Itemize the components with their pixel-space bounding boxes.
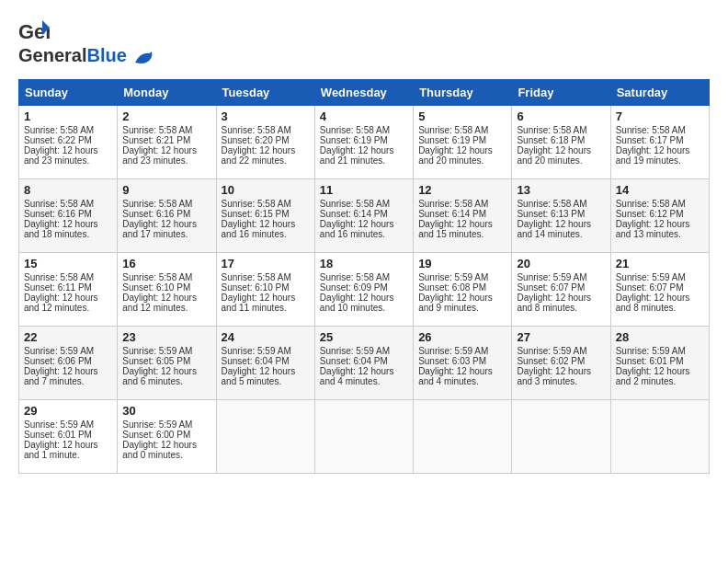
day-info: and 23 minutes. xyxy=(122,155,210,166)
calendar-cell: 15Sunrise: 5:58 AMSunset: 6:11 PMDayligh… xyxy=(19,253,118,327)
day-info: and 4 minutes. xyxy=(320,376,408,386)
calendar-cell: 2Sunrise: 5:58 AMSunset: 6:21 PMDaylight… xyxy=(118,106,216,179)
calendar-cell: 4Sunrise: 5:58 AMSunset: 6:19 PMDaylight… xyxy=(314,106,413,179)
calendar-cell: 19Sunrise: 5:59 AMSunset: 6:08 PMDayligh… xyxy=(414,253,512,327)
logo-bird-icon xyxy=(133,50,154,64)
calendar-cell: 25Sunrise: 5:59 AMSunset: 6:04 PMDayligh… xyxy=(314,327,413,400)
day-info: and 13 minutes. xyxy=(616,229,704,239)
day-info: Sunset: 6:04 PM xyxy=(320,356,408,366)
day-info: Sunrise: 5:59 AM xyxy=(24,346,112,356)
day-info: and 7 minutes. xyxy=(24,376,112,386)
day-info: Sunrise: 5:59 AM xyxy=(616,272,704,282)
calendar-cell xyxy=(216,400,314,474)
day-info: Sunset: 6:17 PM xyxy=(616,135,704,145)
day-info: and 0 minutes. xyxy=(122,450,210,460)
day-info: and 8 minutes. xyxy=(616,303,704,313)
calendar-cell xyxy=(610,400,709,474)
calendar-table: SundayMondayTuesdayWednesdayThursdayFrid… xyxy=(18,79,710,474)
day-info: Daylight: 12 hours xyxy=(418,293,506,303)
week-row-3: 22Sunrise: 5:59 AMSunset: 6:06 PMDayligh… xyxy=(19,327,710,400)
calendar-cell: 29Sunrise: 5:59 AMSunset: 6:01 PMDayligh… xyxy=(19,400,118,474)
day-number: 19 xyxy=(418,257,506,270)
day-number: 29 xyxy=(24,404,112,418)
day-info: Sunrise: 5:58 AM xyxy=(24,199,112,209)
day-info: Sunset: 6:13 PM xyxy=(517,209,605,219)
day-number: 15 xyxy=(24,257,112,270)
day-info: Sunrise: 5:59 AM xyxy=(418,272,506,282)
logo-blue: Blue xyxy=(86,45,126,65)
day-info: and 14 minutes. xyxy=(517,229,605,239)
day-info: Sunrise: 5:59 AM xyxy=(122,419,210,430)
day-info: Daylight: 12 hours xyxy=(418,366,506,376)
day-info: Sunrise: 5:58 AM xyxy=(122,199,210,209)
day-info: and 12 minutes. xyxy=(122,303,210,313)
day-info: Sunset: 6:10 PM xyxy=(222,282,310,293)
day-info: Daylight: 12 hours xyxy=(222,293,310,303)
day-info: and 1 minute. xyxy=(24,450,112,460)
day-number: 8 xyxy=(24,183,112,197)
calendar-cell: 5Sunrise: 5:58 AMSunset: 6:19 PMDaylight… xyxy=(414,106,512,179)
day-info: Daylight: 12 hours xyxy=(222,145,310,155)
day-number: 13 xyxy=(517,183,605,197)
logo-general: General xyxy=(18,45,86,65)
day-info: Daylight: 12 hours xyxy=(418,145,506,155)
day-info: Sunrise: 5:58 AM xyxy=(418,125,506,135)
col-header-thursday: Thursday xyxy=(414,80,512,106)
day-number: 20 xyxy=(517,257,605,270)
day-info: and 22 minutes. xyxy=(222,155,310,166)
day-info: Sunset: 6:01 PM xyxy=(24,430,112,440)
day-info: Sunrise: 5:58 AM xyxy=(418,199,506,209)
day-number: 30 xyxy=(122,404,210,418)
calendar-cell: 23Sunrise: 5:59 AMSunset: 6:05 PMDayligh… xyxy=(118,327,216,400)
week-row-2: 15Sunrise: 5:58 AMSunset: 6:11 PMDayligh… xyxy=(19,253,710,327)
day-info: Sunrise: 5:58 AM xyxy=(320,272,408,282)
day-number: 7 xyxy=(616,109,704,123)
day-info: Sunrise: 5:58 AM xyxy=(222,272,310,282)
day-number: 5 xyxy=(418,109,506,123)
day-info: Sunrise: 5:58 AM xyxy=(320,125,408,135)
day-info: Sunrise: 5:58 AM xyxy=(24,272,112,282)
day-number: 21 xyxy=(616,257,704,270)
day-info: Sunrise: 5:58 AM xyxy=(517,199,605,209)
day-info: Sunset: 6:00 PM xyxy=(122,430,210,440)
day-info: Daylight: 12 hours xyxy=(222,219,310,229)
day-info: Daylight: 12 hours xyxy=(517,293,605,303)
day-info: Sunrise: 5:59 AM xyxy=(122,346,210,356)
day-info: Daylight: 12 hours xyxy=(122,293,210,303)
day-info: Sunset: 6:11 PM xyxy=(24,282,112,293)
header-row: SundayMondayTuesdayWednesdayThursdayFrid… xyxy=(19,80,710,106)
day-number: 9 xyxy=(122,183,210,197)
calendar-cell: 1Sunrise: 5:58 AMSunset: 6:22 PMDaylight… xyxy=(19,106,118,179)
calendar-cell: 3Sunrise: 5:58 AMSunset: 6:20 PMDaylight… xyxy=(216,106,314,179)
day-info: and 10 minutes. xyxy=(320,303,408,313)
day-number: 24 xyxy=(222,330,310,344)
day-info: Daylight: 12 hours xyxy=(320,366,408,376)
calendar-cell: 21Sunrise: 5:59 AMSunset: 6:07 PMDayligh… xyxy=(610,253,709,327)
day-info: Sunset: 6:09 PM xyxy=(320,282,408,293)
calendar-cell: 26Sunrise: 5:59 AMSunset: 6:03 PMDayligh… xyxy=(414,327,512,400)
day-info: Daylight: 12 hours xyxy=(222,366,310,376)
calendar-cell xyxy=(414,400,512,474)
day-info: Daylight: 12 hours xyxy=(24,440,112,450)
day-info: and 19 minutes. xyxy=(616,155,704,166)
calendar-cell xyxy=(314,400,413,474)
day-info: and 17 minutes. xyxy=(122,229,210,239)
day-number: 1 xyxy=(24,109,112,123)
calendar-cell: 9Sunrise: 5:58 AMSunset: 6:16 PMDaylight… xyxy=(118,179,216,253)
day-number: 2 xyxy=(122,109,210,123)
day-info: Sunset: 6:02 PM xyxy=(517,356,605,366)
col-header-friday: Friday xyxy=(512,80,610,106)
calendar-cell: 28Sunrise: 5:59 AMSunset: 6:01 PMDayligh… xyxy=(610,327,709,400)
day-info: and 6 minutes. xyxy=(122,376,210,386)
day-info: Daylight: 12 hours xyxy=(517,219,605,229)
day-info: Daylight: 12 hours xyxy=(24,293,112,303)
day-info: Sunset: 6:16 PM xyxy=(122,209,210,219)
day-info: and 23 minutes. xyxy=(24,155,112,166)
day-info: Sunrise: 5:58 AM xyxy=(616,199,704,209)
day-info: Sunrise: 5:59 AM xyxy=(616,346,704,356)
day-info: Sunrise: 5:58 AM xyxy=(222,199,310,209)
week-row-0: 1Sunrise: 5:58 AMSunset: 6:22 PMDaylight… xyxy=(19,106,710,179)
day-info: and 16 minutes. xyxy=(222,229,310,239)
calendar-cell: 8Sunrise: 5:58 AMSunset: 6:16 PMDaylight… xyxy=(19,179,118,253)
day-info: Sunset: 6:16 PM xyxy=(24,209,112,219)
